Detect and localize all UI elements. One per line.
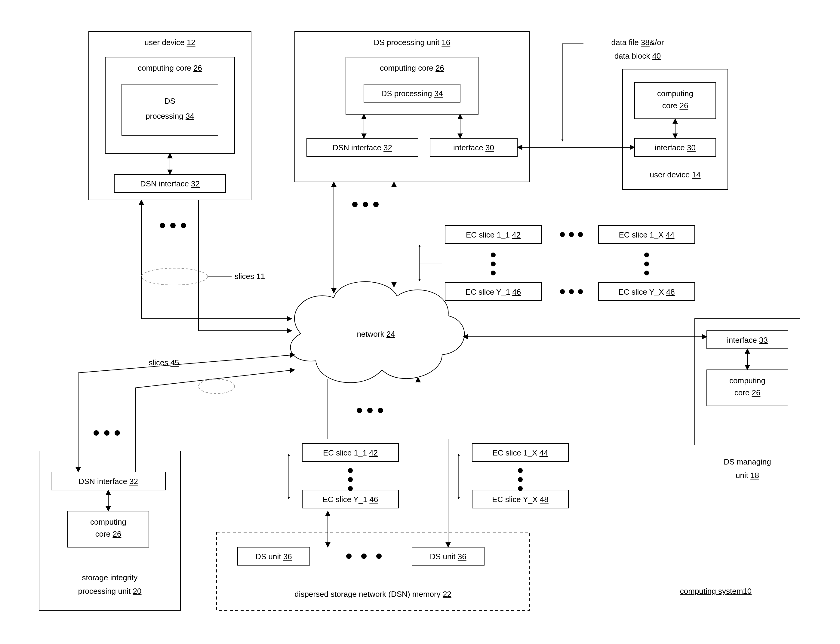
svg-point-46	[491, 261, 496, 266]
svg-point-76	[348, 486, 353, 491]
svg-point-41	[578, 232, 583, 237]
link-ud12-net-b	[199, 200, 292, 331]
ecb-r1x: 44	[539, 448, 548, 457]
ud12-dp1: DS	[164, 97, 175, 105]
svg-text:core 26: core 26	[735, 388, 761, 397]
storage-integrity-unit: DSN interface 32 computing core 26 stora…	[39, 451, 181, 610]
ds-processing-unit: DS processing unit 16 computing core 26 …	[295, 31, 529, 182]
svg-point-103	[378, 408, 383, 413]
dpu-if30: interface	[453, 143, 485, 152]
svg-text:DS unit 36: DS unit 36	[430, 552, 466, 561]
svg-point-87	[376, 554, 381, 559]
ect-sy1: EC slice Y_1	[465, 288, 513, 296]
svg-rect-63	[68, 511, 149, 547]
svg-text:computing core 26: computing core 26	[380, 63, 444, 72]
svg-text:core 26: core 26	[95, 529, 122, 539]
ecb-s1x: EC slice 1_X	[493, 448, 539, 457]
dfmid: &/or	[649, 38, 664, 47]
network-cloud: network 24	[291, 282, 465, 383]
dm-ref: 18	[750, 471, 759, 480]
svg-text:data block 40: data block 40	[615, 51, 661, 61]
svg-point-50	[644, 271, 649, 275]
svg-rect-56	[707, 370, 788, 406]
svg-point-77	[518, 468, 523, 473]
svg-text:computing core 26: computing core 26	[138, 63, 202, 72]
ud12-dp2: processing	[146, 112, 186, 121]
svg-text:user device 12: user device 12	[145, 38, 195, 47]
net-lbl: network	[357, 330, 386, 338]
svg-point-91	[181, 223, 186, 228]
svg-point-48	[644, 253, 649, 257]
si-dsnref: 32	[129, 477, 138, 486]
svg-point-74	[348, 468, 353, 473]
svg-point-97	[104, 430, 110, 435]
dfl2: data block	[615, 51, 652, 61]
svg-point-89	[160, 223, 165, 228]
svg-text:unit 18: unit 18	[736, 471, 759, 480]
link-net-dsu-b	[418, 377, 448, 547]
svg-point-94	[363, 202, 368, 207]
ud12-ccref: 26	[193, 63, 202, 72]
svg-point-42	[560, 289, 565, 294]
svg-point-47	[491, 271, 496, 275]
slices11-ellipse	[141, 268, 207, 285]
net-ref: 24	[386, 330, 395, 338]
s45l: slices	[149, 358, 170, 367]
svg-text:core 26: core 26	[662, 101, 689, 110]
slices45-ellipse	[199, 379, 235, 394]
ud14-ccref: 26	[679, 101, 688, 110]
title-ref: 10	[743, 586, 751, 596]
dpu-ref: 16	[442, 38, 450, 47]
svg-point-93	[352, 202, 358, 207]
ect-r11: 42	[512, 230, 521, 239]
si-t1: storage integrity	[82, 573, 138, 582]
svg-rect-80	[217, 532, 529, 610]
svg-text:network 24: network 24	[357, 330, 395, 338]
link-ud12-net-a	[141, 200, 292, 319]
dpu-dsn: DSN interface	[333, 143, 383, 152]
svg-text:interface 30: interface 30	[453, 143, 494, 152]
dsn-memory: DS unit 36 DS unit 36 dispersed storage …	[217, 532, 529, 610]
dsu2r: 36	[458, 552, 467, 561]
ud12-ref: 12	[187, 38, 196, 47]
ud14-if30ref: 30	[687, 143, 695, 152]
svg-text:slices 45: slices 45	[149, 358, 179, 367]
svg-text:user device 14: user device 14	[649, 170, 700, 179]
svg-point-45	[491, 253, 496, 257]
svg-point-90	[170, 223, 176, 228]
ecb-sy1: EC slice Y_1	[323, 495, 370, 504]
ect-r1x: 44	[666, 230, 675, 239]
svg-text:interface 33: interface 33	[727, 335, 768, 345]
si-t2: processing unit	[78, 586, 133, 596]
dfr2: 40	[652, 51, 661, 61]
dm-ccref: 26	[751, 388, 760, 397]
ud14-ref: 14	[692, 170, 701, 179]
svg-point-40	[569, 232, 574, 237]
svg-text:EC slice 1_X 44: EC slice 1_X 44	[493, 448, 548, 457]
svg-text:DSN interface 32: DSN interface 32	[140, 179, 200, 188]
ud14-if30: interface	[655, 143, 687, 152]
ud12-dsn: DSN interface	[140, 179, 191, 188]
svg-point-79	[518, 486, 523, 491]
ud12-dsnref: 32	[191, 179, 200, 188]
dfr1: 38	[641, 38, 649, 47]
ud14-cc1: computing	[657, 89, 693, 98]
svg-text:EC slice Y_1 46: EC slice Y_1 46	[323, 495, 378, 504]
dpu-ccref: 26	[436, 63, 444, 72]
dpu-if30ref: 30	[485, 143, 494, 152]
svg-text:DSN interface 32: DSN interface 32	[79, 477, 138, 486]
dm-if33ref: 33	[759, 335, 768, 345]
dm-t2: unit	[736, 471, 750, 480]
svg-point-102	[367, 408, 373, 413]
svg-point-95	[373, 202, 379, 207]
user-device-12: user device 12 computing core 26 DS proc…	[89, 31, 251, 200]
ecb-ryx: 48	[540, 495, 549, 504]
ecb-r11: 42	[369, 448, 378, 457]
svg-text:EC slice 1_1 42: EC slice 1_1 42	[466, 230, 521, 239]
dpu-title: DS processing unit	[374, 38, 442, 47]
title-lbl: computing system	[680, 586, 743, 596]
dsn-ref: 22	[443, 590, 451, 599]
ud12-title: user device	[145, 38, 186, 47]
svg-point-75	[348, 477, 353, 482]
svg-rect-22	[635, 83, 716, 119]
